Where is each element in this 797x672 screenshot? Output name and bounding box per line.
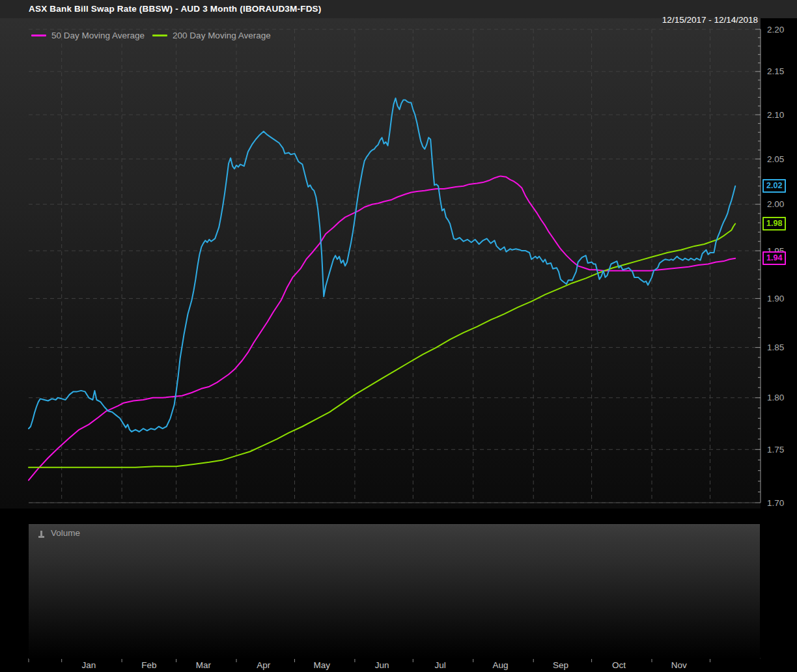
volume-header: Volume: [38, 528, 80, 538]
legend-item-ma50: 50 Day Moving Average: [31, 31, 145, 40]
ma200-line: [29, 224, 735, 468]
ma50-line: [29, 176, 735, 480]
month-label: Aug: [492, 660, 508, 670]
month-label: Jan: [82, 660, 96, 670]
y-axis-label: 2.20: [767, 25, 784, 35]
y-axis-label: 1.70: [767, 498, 784, 508]
y-axis-label: 2.00: [767, 199, 784, 209]
month-label: May: [313, 660, 330, 670]
ma50-swatch-icon: [31, 35, 46, 36]
last-value-badge-ma50: 1.94: [762, 251, 786, 265]
volume-label: Volume: [51, 528, 80, 538]
volume-panel: Volume: [29, 524, 760, 659]
ma200-legend-label: 200 Day Moving Average: [173, 31, 271, 40]
legend: 50 Day Moving Average 200 Day Moving Ave…: [31, 31, 271, 40]
month-label: Oct: [612, 660, 626, 670]
month-label: Feb: [141, 660, 156, 670]
month-label: Mar: [196, 660, 212, 670]
chart-window: ASX Bank Bill Swap Rate (BBSW) - AUD 3 M…: [0, 0, 797, 672]
ma50-legend-label: 50 Day Moving Average: [51, 31, 145, 40]
ma200-swatch-icon: [152, 35, 167, 36]
last-value-badge-bbsw: 2.02: [762, 179, 786, 193]
y-axis-label: 1.90: [767, 294, 784, 303]
month-label: Sep: [553, 660, 568, 670]
y-axis-label: 1.80: [767, 393, 784, 402]
y-axis-label: 1.75: [767, 445, 784, 455]
y-axis-label: 2.05: [767, 154, 784, 164]
y-axis-label: 1.85: [767, 343, 784, 352]
volume-collapse-icon[interactable]: [38, 529, 45, 537]
month-label: Jul: [434, 660, 445, 670]
bbsw-line: [29, 98, 735, 432]
legend-item-ma200: 200 Day Moving Average: [152, 31, 271, 40]
month-label: Jun: [375, 660, 389, 670]
month-label: Nov: [671, 660, 687, 670]
last-value-badge-ma200: 1.98: [762, 217, 786, 231]
y-axis-label: 2.15: [767, 66, 784, 76]
month-label: Apr: [257, 660, 271, 670]
y-axis-label: 2.10: [767, 110, 784, 120]
